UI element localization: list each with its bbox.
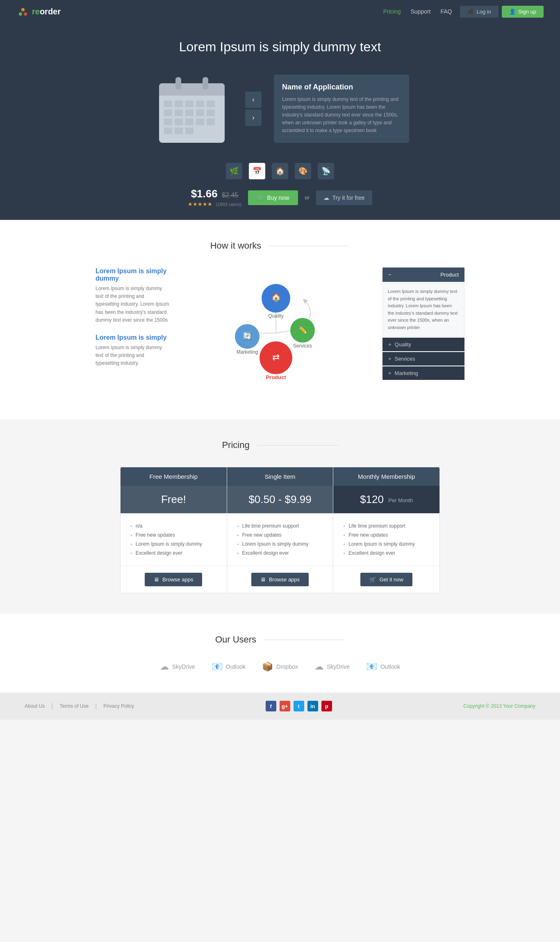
login-button[interactable]: ⬛ Log in [460,6,498,18]
feature-item: Lorem Ipsum is simply dummy [343,540,430,549]
svg-text:🏠: 🏠 [271,292,281,302]
icon-leaf[interactable]: 🌿 [226,163,242,179]
pricing-single-price: $0.50 - $9.99 [227,486,333,513]
feature-item: Lorem Ipsum is simply dummy [237,540,323,549]
cart-icon: 🛒 [257,194,264,201]
login-icon: ⬛ [467,9,474,15]
twitter-button[interactable]: t [294,701,304,711]
how-block-2-text: Lorem Ipsum is simply dummy text of the … [96,344,169,368]
pricing-single-header: Single Item [227,467,333,486]
accordion-services-header[interactable]: + Services [382,352,464,366]
googleplus-button[interactable]: g+ [280,701,290,711]
plus-icon-3: + [388,370,392,376]
user-icon: 👤 [509,9,516,15]
svg-text:Quality: Quality [268,313,283,319]
signup-button[interactable]: 👤 Sign up [502,6,544,18]
feature-item: Lorem Ipsum is simply dummy [130,540,217,549]
svg-rect-23 [207,119,215,125]
how-title: How it works [16,240,544,251]
accordion-quality-header[interactable]: + Quality [382,338,464,351]
nav-actions: ⬛ Log in 👤 Sign up [460,6,544,18]
users-section: Our Users ☁ SkyDrive 📧 Outlook 📦 Dropbox… [0,614,560,693]
icon-palette[interactable]: 🎨 [295,163,311,179]
next-button[interactable]: › [245,110,262,126]
nav-faq[interactable]: FAQ [440,8,452,15]
pinterest-button[interactable]: p [321,701,332,711]
browse-apps-button-single[interactable]: 🖥 Browse apps [251,573,309,586]
browse-apps-button-free[interactable]: 🖥 Browse apps [145,573,202,586]
user-logo-outlook-2: 📧 Outlook [366,661,400,672]
svg-rect-12 [196,101,204,107]
hero-title: Lorem Ipsum is simply dummy text [0,39,560,55]
svg-rect-14 [164,110,172,116]
icon-home[interactable]: 🏠 [272,163,288,179]
outlook-icon-1: 📧 [212,661,223,672]
feature-item: Free new updates [343,530,430,540]
get-now-button[interactable]: 🛒 Get it now [360,573,412,586]
monitor-icon: 🖥 [154,576,159,583]
footer-privacy[interactable]: Privacy Policy [103,703,134,709]
footer-divider-2: | [95,702,97,710]
reviews-count: (1903 users) [216,202,241,207]
prev-button[interactable]: ‹ [245,91,262,108]
how-block-2-title: Lorem Ipsum is simply [96,334,169,341]
app-name: Name of Application [282,83,401,91]
svg-rect-15 [175,110,183,116]
icon-calendar[interactable]: 📅 [249,163,265,179]
svg-rect-11 [185,101,193,107]
how-block-2: Lorem Ipsum is simply Lorem Ipsum is sim… [96,334,169,368]
svg-text:🔄: 🔄 [243,332,252,341]
monitor-icon-2: 🖥 [260,576,266,583]
pricing-title: Pricing [16,440,544,450]
try-button[interactable]: ☁ Try it for free [316,190,372,205]
minus-icon: − [388,272,392,278]
pricing-monthly-price: $120 Per Month [333,486,439,513]
svg-rect-13 [207,101,215,107]
pricing-single-features: Life time premium support Free new updat… [227,513,333,566]
or-text: or [305,194,310,201]
hero-content: ‹ › Name of Application Lorem Ipsum is s… [120,67,440,151]
footer-social: f g+ t in p [266,701,332,711]
nav-support[interactable]: Support [410,8,430,15]
svg-rect-8 [203,77,208,89]
cart-icon-2: 🛒 [369,576,376,583]
pricing-section: Pricing Free Membership Free! n/a Free n… [0,419,560,614]
svg-rect-26 [185,128,193,134]
svg-rect-10 [175,101,183,107]
how-block-1-title: Lorem Ipsum is simply dummy [96,268,169,282]
footer-about[interactable]: About Us [25,703,45,709]
users-title: Our Users [16,634,544,645]
dropbox-icon: 📦 [262,661,273,672]
accordion-quality: + Quality [382,338,464,351]
feature-item: Excellent design ever [343,549,430,558]
facebook-button[interactable]: f [266,701,276,711]
users-logos: ☁ SkyDrive 📧 Outlook 📦 Dropbox ☁ SkyDriv… [16,661,544,672]
nav-pricing[interactable]: Pricing [383,8,401,15]
feature-item: Excellent design ever [130,549,217,558]
plus-icon: + [388,341,392,348]
linkedin-button[interactable]: in [307,701,318,711]
hero-section: Lorem Ipsum is simply dummy text [0,23,560,220]
pricing-free-header: Free Membership [121,467,227,486]
svg-rect-24 [164,128,172,134]
hero-icon-row: 🌿 📅 🏠 🎨 📡 [0,163,560,179]
accordion-product-header[interactable]: − Product [382,268,464,282]
skydrive-icon-1: ☁ [160,661,169,672]
buy-button[interactable]: 🛒 Buy now [248,190,298,205]
footer-terms[interactable]: Terms of Use [60,703,89,709]
icon-rss[interactable]: 📡 [318,163,334,179]
accordion-marketing-header[interactable]: + Marketing [382,366,464,380]
plus-icon-2: + [388,356,392,362]
svg-rect-18 [207,110,215,116]
how-content: Lorem Ipsum is simply dummy Lorem Ipsum … [96,268,464,399]
pricing-monthly-header: Monthly Membership [333,467,439,486]
pricing-col-monthly: Monthly Membership $120 Per Month Life t… [333,467,439,593]
logo: reorder [16,5,383,18]
per-month-label: Per Month [388,497,413,503]
svg-rect-17 [196,110,204,116]
pricing-free-features: n/a Free new updates Lorem Ipsum is simp… [121,513,227,566]
feature-item: Excellent design ever [237,549,323,558]
svg-rect-20 [175,119,183,125]
cloud-icon: ☁ [323,194,329,201]
skydrive-icon-2: ☁ [314,661,323,672]
